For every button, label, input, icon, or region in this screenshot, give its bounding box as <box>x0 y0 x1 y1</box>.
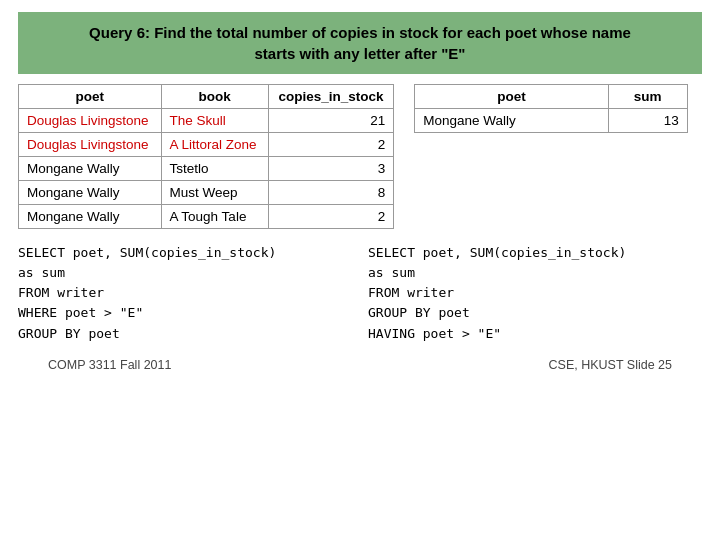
summary-table: poet sum Mongane Wally13 <box>414 84 688 133</box>
tables-row: poet book copies_in_stock Douglas Living… <box>18 84 702 229</box>
main-table-row: Mongane WallyTstetlo3 <box>19 157 394 181</box>
code-block-left: SELECT poet, SUM(copies_in_stock) as sum… <box>18 243 352 344</box>
main-table-copies-cell: 21 <box>268 109 394 133</box>
code-row: SELECT poet, SUM(copies_in_stock) as sum… <box>18 243 702 344</box>
main-table-poet-cell: Mongane Wally <box>19 181 162 205</box>
main-table-row: Mongane WallyA Tough Tale2 <box>19 205 394 229</box>
code-left-line2: as sum <box>18 263 352 283</box>
code-right-line3: FROM writer <box>368 283 702 303</box>
title-banner: Query 6: Find the total number of copies… <box>18 12 702 74</box>
summary-table-header-poet: poet <box>415 85 609 109</box>
main-table-book-cell: Must Weep <box>161 181 268 205</box>
code-left-line4: WHERE poet > "E" <box>18 303 352 323</box>
main-table-header-book: book <box>161 85 268 109</box>
main-table-book-cell: A Tough Tale <box>161 205 268 229</box>
page-container: Query 6: Find the total number of copies… <box>0 0 720 540</box>
footer-row: COMP 3311 Fall 2011 CSE, HKUST Slide 25 <box>18 358 702 372</box>
code-right-line5: HAVING poet > "E" <box>368 324 702 344</box>
main-table-copies-cell: 2 <box>268 133 394 157</box>
main-table-header-poet: poet <box>19 85 162 109</box>
main-table-row: Douglas LivingstoneThe Skull21 <box>19 109 394 133</box>
main-table-poet-cell: Mongane Wally <box>19 205 162 229</box>
main-table-row: Mongane WallyMust Weep8 <box>19 181 394 205</box>
code-left-line3: FROM writer <box>18 283 352 303</box>
code-left-line5: GROUP BY poet <box>18 324 352 344</box>
footer-left: COMP 3311 Fall 2011 <box>48 358 171 372</box>
main-table-row: Douglas LivingstoneA Littoral Zone2 <box>19 133 394 157</box>
code-right-line1: SELECT poet, SUM(copies_in_stock) <box>368 243 702 263</box>
summary-table-sum-cell: 13 <box>608 109 687 133</box>
title-line2: starts with any letter after "E" <box>255 45 466 62</box>
code-block-right: SELECT poet, SUM(copies_in_stock) as sum… <box>368 243 702 344</box>
summary-table-poet-cell: Mongane Wally <box>415 109 609 133</box>
main-table-copies-cell: 3 <box>268 157 394 181</box>
main-table-copies-cell: 8 <box>268 181 394 205</box>
summary-table-header-sum: sum <box>608 85 687 109</box>
main-table-header-copies: copies_in_stock <box>268 85 394 109</box>
summary-table-row: Mongane Wally13 <box>415 109 688 133</box>
main-table-poet-cell: Mongane Wally <box>19 157 162 181</box>
main-table-book-cell: The Skull <box>161 109 268 133</box>
main-table-book-cell: Tstetlo <box>161 157 268 181</box>
footer-right: CSE, HKUST Slide 25 <box>549 358 672 372</box>
code-right-line4: GROUP BY poet <box>368 303 702 323</box>
main-table-book-cell: A Littoral Zone <box>161 133 268 157</box>
title-line1: Query 6: Find the total number of copies… <box>89 24 631 41</box>
main-table-poet-cell: Douglas Livingstone <box>19 133 162 157</box>
main-table-copies-cell: 2 <box>268 205 394 229</box>
code-right-line2: as sum <box>368 263 702 283</box>
code-left-line1: SELECT poet, SUM(copies_in_stock) <box>18 243 352 263</box>
main-table: poet book copies_in_stock Douglas Living… <box>18 84 394 229</box>
main-table-poet-cell: Douglas Livingstone <box>19 109 162 133</box>
